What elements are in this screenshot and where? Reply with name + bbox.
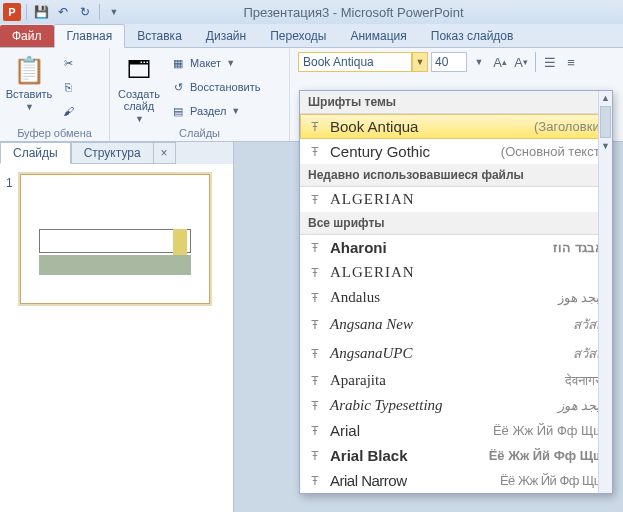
slides-panel: Слайды Структура × 1 bbox=[0, 142, 234, 512]
font-dropdown-list[interactable]: Шрифты темы ŦBook Antiqua(Заголовки)ŦCen… bbox=[299, 90, 613, 494]
truetype-icon: Ŧ bbox=[308, 399, 322, 413]
truetype-icon: Ŧ bbox=[308, 241, 322, 255]
bullets-icon[interactable]: ☰ bbox=[541, 52, 559, 72]
font-name-label: Andalus bbox=[330, 289, 550, 306]
scroll-thumb[interactable] bbox=[600, 106, 611, 138]
chevron-down-icon: ▼ bbox=[135, 114, 144, 124]
cut-button[interactable]: ✂ bbox=[58, 52, 78, 74]
panel-close-icon[interactable]: × bbox=[154, 142, 176, 164]
truetype-icon: Ŧ bbox=[308, 193, 322, 207]
cut-icon: ✂ bbox=[60, 55, 76, 71]
copy-button[interactable]: ⎘ bbox=[58, 76, 78, 98]
section-button[interactable]: ▤Раздел▼ bbox=[168, 100, 262, 122]
font-sample: אבגד הוז bbox=[553, 240, 604, 255]
font-option[interactable]: ŦALGERIAN bbox=[300, 187, 612, 212]
font-option[interactable]: ŦArialЁё Жж Йй Фф Щщ bbox=[300, 418, 612, 443]
truetype-icon: Ŧ bbox=[308, 120, 322, 134]
truetype-icon: Ŧ bbox=[308, 318, 322, 332]
tab-home[interactable]: Главная bbox=[54, 24, 126, 48]
font-option[interactable]: ŦALGERIAN bbox=[300, 260, 612, 285]
font-option[interactable]: ŦAngsana Newสวัสดี bbox=[300, 310, 612, 339]
font-name-label: Aharoni bbox=[330, 239, 545, 256]
numbering-icon[interactable]: ≡ bbox=[562, 52, 580, 72]
thumbnails: 1 bbox=[0, 164, 233, 512]
tab-slideshow[interactable]: Показ слайдов bbox=[419, 25, 526, 47]
truetype-icon: Ŧ bbox=[308, 424, 322, 438]
font-option[interactable]: ŦArabic Typesettingأبجد هوز bbox=[300, 393, 612, 418]
tab-insert[interactable]: Вставка bbox=[125, 25, 194, 47]
layout-icon: ▦ bbox=[170, 55, 186, 71]
group-clipboard: 📋 Вставить ▼ ✂ ⎘ 🖌 Буфер обмена bbox=[0, 48, 110, 141]
truetype-icon: Ŧ bbox=[308, 266, 322, 280]
slide-number: 1 bbox=[6, 174, 16, 304]
new-slide-button[interactable]: 🗔 Создать слайд ▼ bbox=[114, 50, 164, 124]
font-size-input[interactable]: 40 bbox=[431, 52, 467, 72]
font-name-label: Angsana New bbox=[330, 316, 565, 333]
font-option[interactable]: ŦAparajitaदेवनागरी bbox=[300, 368, 612, 393]
reset-button[interactable]: ↺Восстановить bbox=[168, 76, 262, 98]
paste-icon: 📋 bbox=[13, 54, 45, 86]
undo-icon[interactable]: ↶ bbox=[53, 2, 73, 22]
paste-button[interactable]: 📋 Вставить ▼ bbox=[4, 50, 54, 112]
format-painter-button[interactable]: 🖌 bbox=[58, 100, 78, 122]
scroll-up-icon[interactable]: ▲ bbox=[599, 91, 612, 105]
save-icon[interactable]: 💾 bbox=[31, 2, 51, 22]
panel-tab-outline[interactable]: Структура bbox=[71, 142, 154, 164]
thumb-decoration bbox=[173, 229, 187, 257]
paste-label: Вставить bbox=[6, 88, 53, 100]
font-note: (Заголовки) bbox=[534, 119, 604, 134]
truetype-icon: Ŧ bbox=[308, 347, 322, 361]
reset-icon: ↺ bbox=[170, 79, 186, 95]
thumb-title-placeholder bbox=[39, 229, 191, 253]
font-option[interactable]: ŦAndalusأبجد هوز bbox=[300, 285, 612, 310]
font-dropdown-button[interactable]: ▼ bbox=[412, 52, 428, 72]
font-name-label: Century Gothic bbox=[330, 143, 493, 160]
font-option[interactable]: ŦAharoniאבגד הוז bbox=[300, 235, 612, 260]
title-bar: P 💾 ↶ ↻ ▼ Презентация3 - Microsoft Power… bbox=[0, 0, 623, 24]
font-name-label: ALGERIAN bbox=[330, 264, 604, 281]
font-option[interactable]: ŦCentury Gothic(Основной текст) bbox=[300, 139, 612, 164]
shrink-font-icon[interactable]: A▾ bbox=[512, 52, 530, 72]
font-section-theme: Шрифты темы bbox=[300, 91, 612, 114]
panel-tab-slides[interactable]: Слайды bbox=[0, 142, 71, 164]
qat-dropdown-icon[interactable]: ▼ bbox=[104, 2, 124, 22]
brush-icon: 🖌 bbox=[60, 103, 76, 119]
tab-animations[interactable]: Анимация bbox=[338, 25, 418, 47]
font-option[interactable]: ŦArial BlackЁё Жж Йй Фф Щщ bbox=[300, 443, 612, 468]
app-icon: P bbox=[2, 2, 22, 22]
slide-thumbnail[interactable] bbox=[20, 174, 210, 304]
tab-transitions[interactable]: Переходы bbox=[258, 25, 338, 47]
font-name-combo[interactable]: Book Antiqua ▼ bbox=[298, 50, 428, 72]
font-section-recent: Недавно использовавшиеся файлы bbox=[300, 164, 612, 187]
grow-font-icon[interactable]: A▴ bbox=[491, 52, 509, 72]
tab-file[interactable]: Файл bbox=[0, 25, 54, 47]
redo-icon[interactable]: ↻ bbox=[75, 2, 95, 22]
new-slide-label: Создать слайд bbox=[118, 88, 160, 112]
separator bbox=[535, 52, 536, 72]
font-sample: Ёё Жж Йй Фф Щщ bbox=[493, 423, 604, 438]
layout-button[interactable]: ▦Макет▼ bbox=[168, 52, 262, 74]
group-title-slides: Слайды bbox=[114, 125, 285, 141]
font-section-all: Все шрифты bbox=[300, 212, 612, 235]
font-size-dropdown-icon[interactable]: ▼ bbox=[470, 52, 488, 72]
window-title: Презентация3 - Microsoft PowerPoint bbox=[124, 5, 623, 20]
ribbon-tabs: Файл Главная Вставка Дизайн Переходы Ани… bbox=[0, 24, 623, 48]
separator bbox=[26, 4, 27, 20]
thumb-decoration bbox=[39, 255, 191, 275]
scrollbar[interactable]: ▲ ▼ bbox=[598, 91, 612, 493]
font-option[interactable]: ŦBook Antiqua(Заголовки) bbox=[300, 114, 612, 139]
chevron-down-icon: ▼ bbox=[231, 106, 240, 116]
font-name-label: Arabic Typesetting bbox=[330, 397, 550, 414]
truetype-icon: Ŧ bbox=[308, 291, 322, 305]
tab-design[interactable]: Дизайн bbox=[194, 25, 258, 47]
layout-label: Макет bbox=[190, 57, 221, 69]
scroll-down-icon[interactable]: ▼ bbox=[599, 139, 612, 153]
font-option[interactable]: ŦAngsanaUPCสวัสดี bbox=[300, 339, 612, 368]
font-name-label: Arial bbox=[330, 422, 485, 439]
separator bbox=[99, 4, 100, 20]
font-name-label: Arial Black bbox=[330, 447, 481, 464]
font-option[interactable]: ŦArial NarrowЁё Жж Йй Фф Щщ bbox=[300, 468, 612, 493]
font-name-input[interactable]: Book Antiqua bbox=[298, 52, 412, 72]
font-sample: Ёё Жж Йй Фф Щщ bbox=[500, 473, 604, 488]
thumbnail-item[interactable]: 1 bbox=[6, 174, 227, 304]
